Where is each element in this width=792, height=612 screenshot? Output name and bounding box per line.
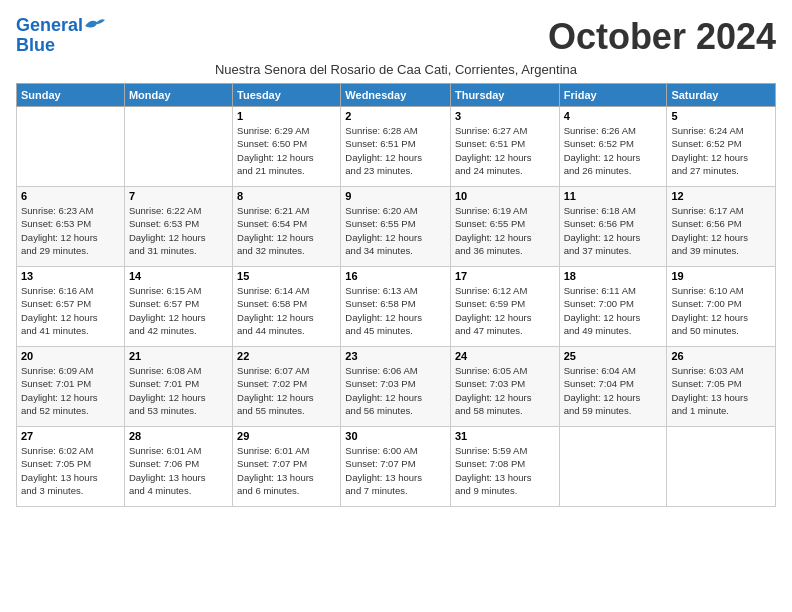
calendar-week-row: 13Sunrise: 6:16 AM Sunset: 6:57 PM Dayli… (17, 267, 776, 347)
calendar-cell (559, 427, 667, 507)
day-number: 30 (345, 430, 446, 442)
calendar-cell: 9Sunrise: 6:20 AM Sunset: 6:55 PM Daylig… (341, 187, 451, 267)
day-number: 7 (129, 190, 228, 202)
calendar-cell: 28Sunrise: 6:01 AM Sunset: 7:06 PM Dayli… (124, 427, 232, 507)
calendar-cell: 12Sunrise: 6:17 AM Sunset: 6:56 PM Dayli… (667, 187, 776, 267)
calendar-cell (667, 427, 776, 507)
calendar-cell: 7Sunrise: 6:22 AM Sunset: 6:53 PM Daylig… (124, 187, 232, 267)
calendar-cell: 16Sunrise: 6:13 AM Sunset: 6:58 PM Dayli… (341, 267, 451, 347)
day-number: 10 (455, 190, 555, 202)
calendar-cell: 30Sunrise: 6:00 AM Sunset: 7:07 PM Dayli… (341, 427, 451, 507)
calendar-cell: 10Sunrise: 6:19 AM Sunset: 6:55 PM Dayli… (450, 187, 559, 267)
day-number: 1 (237, 110, 336, 122)
day-info: Sunrise: 6:29 AM Sunset: 6:50 PM Dayligh… (237, 124, 336, 177)
calendar-cell (17, 107, 125, 187)
weekday-header-monday: Monday (124, 84, 232, 107)
calendar-week-row: 1Sunrise: 6:29 AM Sunset: 6:50 PM Daylig… (17, 107, 776, 187)
calendar-cell: 1Sunrise: 6:29 AM Sunset: 6:50 PM Daylig… (233, 107, 341, 187)
day-info: Sunrise: 6:15 AM Sunset: 6:57 PM Dayligh… (129, 284, 228, 337)
calendar-week-row: 27Sunrise: 6:02 AM Sunset: 7:05 PM Dayli… (17, 427, 776, 507)
day-number: 29 (237, 430, 336, 442)
day-number: 20 (21, 350, 120, 362)
calendar-cell: 22Sunrise: 6:07 AM Sunset: 7:02 PM Dayli… (233, 347, 341, 427)
calendar-cell: 31Sunrise: 5:59 AM Sunset: 7:08 PM Dayli… (450, 427, 559, 507)
calendar-cell: 6Sunrise: 6:23 AM Sunset: 6:53 PM Daylig… (17, 187, 125, 267)
day-info: Sunrise: 6:09 AM Sunset: 7:01 PM Dayligh… (21, 364, 120, 417)
calendar-cell: 18Sunrise: 6:11 AM Sunset: 7:00 PM Dayli… (559, 267, 667, 347)
weekday-header-wednesday: Wednesday (341, 84, 451, 107)
day-info: Sunrise: 6:01 AM Sunset: 7:06 PM Dayligh… (129, 444, 228, 497)
weekday-header-thursday: Thursday (450, 84, 559, 107)
day-info: Sunrise: 6:13 AM Sunset: 6:58 PM Dayligh… (345, 284, 446, 337)
day-number: 13 (21, 270, 120, 282)
day-info: Sunrise: 6:11 AM Sunset: 7:00 PM Dayligh… (564, 284, 663, 337)
day-info: Sunrise: 6:22 AM Sunset: 6:53 PM Dayligh… (129, 204, 228, 257)
day-number: 6 (21, 190, 120, 202)
day-info: Sunrise: 6:08 AM Sunset: 7:01 PM Dayligh… (129, 364, 228, 417)
day-info: Sunrise: 6:05 AM Sunset: 7:03 PM Dayligh… (455, 364, 555, 417)
calendar-week-row: 6Sunrise: 6:23 AM Sunset: 6:53 PM Daylig… (17, 187, 776, 267)
day-number: 15 (237, 270, 336, 282)
day-number: 25 (564, 350, 663, 362)
month-title: October 2024 (548, 16, 776, 58)
day-info: Sunrise: 6:19 AM Sunset: 6:55 PM Dayligh… (455, 204, 555, 257)
calendar-cell: 5Sunrise: 6:24 AM Sunset: 6:52 PM Daylig… (667, 107, 776, 187)
day-info: Sunrise: 6:04 AM Sunset: 7:04 PM Dayligh… (564, 364, 663, 417)
day-info: Sunrise: 6:06 AM Sunset: 7:03 PM Dayligh… (345, 364, 446, 417)
day-number: 16 (345, 270, 446, 282)
day-number: 2 (345, 110, 446, 122)
day-info: Sunrise: 6:03 AM Sunset: 7:05 PM Dayligh… (671, 364, 771, 417)
weekday-header-saturday: Saturday (667, 84, 776, 107)
day-number: 19 (671, 270, 771, 282)
day-info: Sunrise: 6:01 AM Sunset: 7:07 PM Dayligh… (237, 444, 336, 497)
day-info: Sunrise: 6:17 AM Sunset: 6:56 PM Dayligh… (671, 204, 771, 257)
calendar-table: SundayMondayTuesdayWednesdayThursdayFrid… (16, 83, 776, 507)
subtitle: Nuestra Senora del Rosario de Caa Cati, … (16, 62, 776, 77)
day-info: Sunrise: 5:59 AM Sunset: 7:08 PM Dayligh… (455, 444, 555, 497)
day-info: Sunrise: 6:27 AM Sunset: 6:51 PM Dayligh… (455, 124, 555, 177)
logo: General Blue (16, 16, 83, 56)
calendar-cell: 26Sunrise: 6:03 AM Sunset: 7:05 PM Dayli… (667, 347, 776, 427)
day-number: 24 (455, 350, 555, 362)
day-info: Sunrise: 6:21 AM Sunset: 6:54 PM Dayligh… (237, 204, 336, 257)
logo-text: General Blue (16, 15, 83, 55)
calendar-cell: 29Sunrise: 6:01 AM Sunset: 7:07 PM Dayli… (233, 427, 341, 507)
calendar-week-row: 20Sunrise: 6:09 AM Sunset: 7:01 PM Dayli… (17, 347, 776, 427)
day-info: Sunrise: 6:23 AM Sunset: 6:53 PM Dayligh… (21, 204, 120, 257)
day-info: Sunrise: 6:07 AM Sunset: 7:02 PM Dayligh… (237, 364, 336, 417)
day-number: 31 (455, 430, 555, 442)
day-number: 8 (237, 190, 336, 202)
day-number: 22 (237, 350, 336, 362)
day-number: 5 (671, 110, 771, 122)
day-info: Sunrise: 6:20 AM Sunset: 6:55 PM Dayligh… (345, 204, 446, 257)
day-number: 21 (129, 350, 228, 362)
calendar-cell: 27Sunrise: 6:02 AM Sunset: 7:05 PM Dayli… (17, 427, 125, 507)
calendar-cell: 2Sunrise: 6:28 AM Sunset: 6:51 PM Daylig… (341, 107, 451, 187)
calendar-cell: 17Sunrise: 6:12 AM Sunset: 6:59 PM Dayli… (450, 267, 559, 347)
day-info: Sunrise: 6:16 AM Sunset: 6:57 PM Dayligh… (21, 284, 120, 337)
day-info: Sunrise: 6:10 AM Sunset: 7:00 PM Dayligh… (671, 284, 771, 337)
day-number: 12 (671, 190, 771, 202)
calendar-cell: 23Sunrise: 6:06 AM Sunset: 7:03 PM Dayli… (341, 347, 451, 427)
calendar-cell: 11Sunrise: 6:18 AM Sunset: 6:56 PM Dayli… (559, 187, 667, 267)
day-number: 3 (455, 110, 555, 122)
calendar-cell: 13Sunrise: 6:16 AM Sunset: 6:57 PM Dayli… (17, 267, 125, 347)
weekday-header-tuesday: Tuesday (233, 84, 341, 107)
day-info: Sunrise: 6:18 AM Sunset: 6:56 PM Dayligh… (564, 204, 663, 257)
calendar-cell: 8Sunrise: 6:21 AM Sunset: 6:54 PM Daylig… (233, 187, 341, 267)
calendar-cell: 20Sunrise: 6:09 AM Sunset: 7:01 PM Dayli… (17, 347, 125, 427)
day-number: 23 (345, 350, 446, 362)
calendar-cell: 4Sunrise: 6:26 AM Sunset: 6:52 PM Daylig… (559, 107, 667, 187)
day-number: 4 (564, 110, 663, 122)
day-info: Sunrise: 6:28 AM Sunset: 6:51 PM Dayligh… (345, 124, 446, 177)
day-number: 27 (21, 430, 120, 442)
day-info: Sunrise: 6:02 AM Sunset: 7:05 PM Dayligh… (21, 444, 120, 497)
weekday-header-row: SundayMondayTuesdayWednesdayThursdayFrid… (17, 84, 776, 107)
day-number: 26 (671, 350, 771, 362)
weekday-header-sunday: Sunday (17, 84, 125, 107)
day-info: Sunrise: 6:12 AM Sunset: 6:59 PM Dayligh… (455, 284, 555, 337)
calendar-cell (124, 107, 232, 187)
day-number: 28 (129, 430, 228, 442)
weekday-header-friday: Friday (559, 84, 667, 107)
day-number: 18 (564, 270, 663, 282)
